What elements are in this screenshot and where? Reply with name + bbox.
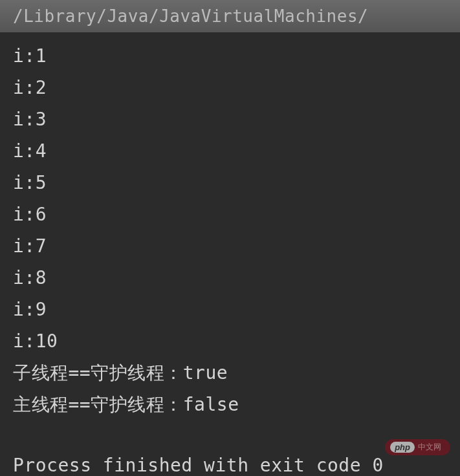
output-line: i:5 — [13, 167, 447, 199]
console-output-area[interactable]: i:1 i:2 i:3 i:4 i:5 i:6 i:7 i:8 i:9 i:10… — [0, 32, 460, 420]
output-line: 子线程==守护线程：true — [13, 357, 447, 389]
output-line: i:4 — [13, 135, 447, 167]
output-line: 主线程==守护线程：false — [13, 389, 447, 420]
watermark-suffix: 中文网 — [418, 442, 441, 453]
watermark: php 中文网 — [385, 439, 450, 455]
output-line: i:10 — [13, 325, 447, 357]
watermark-pill: php 中文网 — [385, 439, 450, 455]
process-exit-message: Process finished with exit code 0 — [13, 455, 384, 476]
output-line: i:9 — [13, 294, 447, 325]
output-line: i:8 — [13, 262, 447, 294]
output-line: i:2 — [13, 72, 447, 103]
output-line: i:3 — [13, 103, 447, 135]
watermark-label: php — [390, 442, 415, 453]
output-line: i:6 — [13, 199, 447, 230]
output-line: i:7 — [13, 230, 447, 262]
execution-path: /Library/Java/JavaVirtualMachines/ — [0, 0, 460, 32]
output-line: i:1 — [13, 40, 447, 72]
console-container: /Library/Java/JavaVirtualMachines/ i:1 i… — [0, 0, 460, 476]
